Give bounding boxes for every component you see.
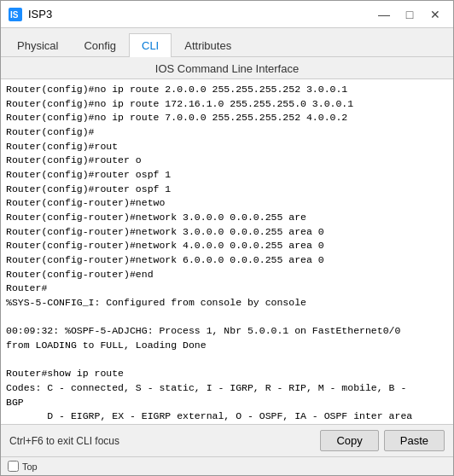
main-window: IS ISP3 — □ ✕ Physical Config CLI Attrib… [0,0,454,476]
minimize-button[interactable]: — [373,5,395,24]
tab-cli[interactable]: CLI [129,33,172,57]
cli-focus-status: Ctrl+F6 to exit CLI focus [9,435,320,447]
close-button[interactable]: ✕ [424,5,446,24]
action-buttons: Copy Paste [320,430,445,451]
paste-button[interactable]: Paste [384,430,445,451]
maximize-button[interactable]: □ [399,5,421,24]
bottom-bar: Ctrl+F6 to exit CLI focus Copy Paste [1,424,453,456]
tab-bar: Physical Config CLI Attributes [1,28,453,57]
cli-terminal[interactable]: Router(config)#no ip route 2.0.0.0 255.2… [1,79,453,424]
status-bar: Top [1,456,453,475]
app-icon: IS [8,7,23,22]
top-label: Top [22,461,38,472]
tab-config[interactable]: Config [71,33,129,57]
tab-content: IOS Command Line Interface Router(config… [1,57,453,424]
window-title: ISP3 [28,8,373,20]
cli-header-label: IOS Command Line Interface [1,57,453,79]
window-controls: — □ ✕ [373,5,446,24]
top-checkbox[interactable] [8,461,19,472]
tab-physical[interactable]: Physical [4,33,71,57]
tab-attributes[interactable]: Attributes [172,33,244,57]
svg-text:IS: IS [10,10,19,20]
copy-button[interactable]: Copy [320,430,378,451]
title-bar: IS ISP3 — □ ✕ [1,1,453,28]
